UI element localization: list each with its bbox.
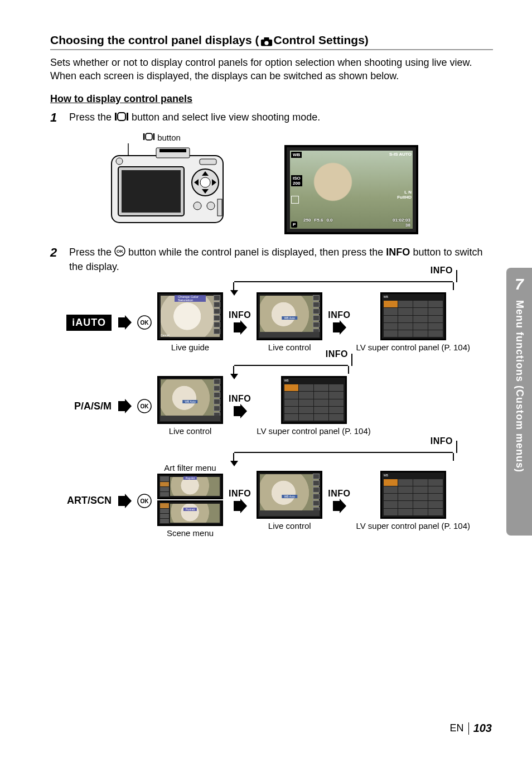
svg-rect-3 (115, 113, 117, 120)
chapter-number: 7 (515, 276, 524, 293)
svg-point-2 (264, 41, 268, 45)
hud-iso: ISO 200 (291, 175, 302, 186)
info-label: INFO (229, 489, 251, 499)
step-1: 1 Press the button and select live view … (50, 110, 493, 125)
panel-caption: LV super control panel (P. 104) (257, 426, 371, 436)
panel-lv-super-control: WB LV super control panel (P. 104) (257, 376, 371, 436)
subheading: How to display control panels (50, 93, 493, 105)
camera-icon (260, 36, 273, 45)
info-label: INFO (328, 489, 350, 499)
svg-marker-32 (234, 320, 247, 335)
live-view-icon (114, 111, 129, 124)
step-2: 2 Press the OK button while the control … (50, 245, 493, 274)
iauto-badge: iAUTO (66, 315, 112, 331)
info-label: INFO (431, 436, 453, 446)
scp-wb: WB (284, 379, 289, 382)
svg-rect-14 (122, 170, 181, 213)
ok-button-icon: OK (137, 399, 152, 413)
svg-text:OK: OK (117, 249, 123, 254)
art-filter-menu-label: Art filter menu (164, 463, 216, 472)
svg-rect-12 (159, 149, 186, 152)
arrow-right-icon (117, 399, 132, 413)
svg-rect-4 (127, 113, 128, 120)
section-heading: Choosing the control panel displays ( Co… (50, 33, 493, 50)
section-heading-pre: Choosing the control panel displays ( (50, 33, 259, 47)
svg-marker-29 (118, 315, 132, 330)
panel-caption: LV super control panel (P. 104) (356, 521, 470, 531)
intro-paragraph: Sets whether or not to display control p… (50, 56, 493, 83)
hud-mode-p: P (291, 221, 297, 228)
flow-pasm: INFO P/A/S/M OK WB Auto Live control (50, 365, 493, 436)
svg-marker-35 (118, 399, 132, 413)
panel-lv-super-control: WB LV super control panel (P. 104) (356, 471, 470, 531)
svg-point-16 (200, 177, 210, 187)
arrow-right-icon (233, 320, 247, 335)
svg-point-24 (116, 158, 123, 165)
step2-text-pre: Press the (69, 247, 114, 258)
panel-live-guide: Change Color Saturation Cancel Live guid… (157, 292, 223, 353)
step2-info-label: INFO (386, 247, 410, 258)
arrow-right-icon (233, 499, 247, 513)
pasm-label: P/A/S/M (50, 401, 112, 412)
lv-button-label: button (157, 133, 181, 142)
svg-marker-38 (234, 404, 247, 418)
ok-button-icon: OK (114, 245, 125, 260)
svg-text:OK: OK (141, 403, 149, 409)
panel-live-control: WB Auto Live control (157, 376, 223, 436)
page-footer: EN 103 (450, 722, 492, 735)
svg-rect-7 (153, 133, 155, 140)
scp-wb: WB (384, 295, 388, 298)
arrow-right-icon (332, 499, 346, 513)
live-view-icon (143, 133, 155, 142)
panel-lv-super-control: WB LV super control panel (P. 104) (356, 292, 470, 353)
footer-page-number: 103 (473, 722, 492, 735)
section-heading-post: Control Settings) (274, 33, 369, 47)
hud-shutter: 250 (303, 218, 311, 228)
panel-live-control: WB Auto Live control (257, 292, 322, 353)
info-label: INFO (326, 349, 348, 359)
flow-iauto: INFO iAUTO OK Change Color Saturation Ca… (50, 281, 493, 353)
step-number: 1 (50, 110, 61, 125)
camera-back-illustration (106, 143, 234, 233)
info-label: INFO (328, 310, 350, 320)
hud-fstop: F5.6 (314, 218, 323, 228)
arrow-right-icon (233, 404, 247, 418)
panel-mid-label: WB Auto (182, 400, 197, 403)
footer-lang: EN (450, 722, 464, 734)
svg-rect-23 (200, 159, 216, 165)
arrow-right-icon (117, 315, 132, 330)
step1-text-pre: Press the (69, 112, 114, 123)
panel-mid-label: WB Auto (282, 316, 297, 320)
hud-wb: WB (291, 152, 302, 158)
chapter-title: Menu functions (Custom menus) (514, 300, 525, 472)
live-view-screen-example: WB S-IS AUTO ISO 200 P 250 F5.6 0.0 01:0… (284, 145, 418, 234)
svg-marker-40 (118, 494, 132, 508)
svg-rect-6 (143, 133, 145, 140)
step1-text-post: button and select live view shooting mod… (132, 112, 320, 123)
hud-fhd: FullHD (397, 195, 412, 200)
hud-shots: 38 (405, 223, 410, 228)
svg-point-22 (207, 202, 215, 210)
panel-top-label: Pop Art (183, 476, 197, 480)
step2-text-mid: button while the control panel is displa… (128, 247, 386, 258)
svg-rect-1 (264, 37, 269, 41)
panel-caption: LV super control panel (P. 104) (356, 343, 470, 353)
panel-live-control: WB Auto Live control (257, 471, 322, 531)
svg-marker-44 (333, 499, 346, 513)
step-number: 2 (50, 245, 61, 274)
lv-button-callout: button (143, 133, 181, 142)
hud-time: 01:02:03 (393, 218, 410, 223)
panel-caption: Live control (169, 426, 212, 436)
info-label: INFO (229, 394, 251, 404)
svg-marker-33 (333, 320, 346, 335)
svg-text:OK: OK (141, 320, 149, 326)
hud-ln: L N (397, 190, 412, 195)
hud-isauto: S-IS AUTO (389, 152, 412, 157)
step1-figures: button (106, 133, 493, 234)
svg-text:OK: OK (141, 498, 149, 504)
chapter-side-tab: 7 Menu functions (Custom menus) (506, 268, 532, 536)
info-label: INFO (229, 310, 251, 320)
svg-rect-8 (146, 133, 152, 140)
panel-top-label: Portrait (183, 508, 197, 511)
hud-ev: 0.0 (326, 218, 332, 228)
